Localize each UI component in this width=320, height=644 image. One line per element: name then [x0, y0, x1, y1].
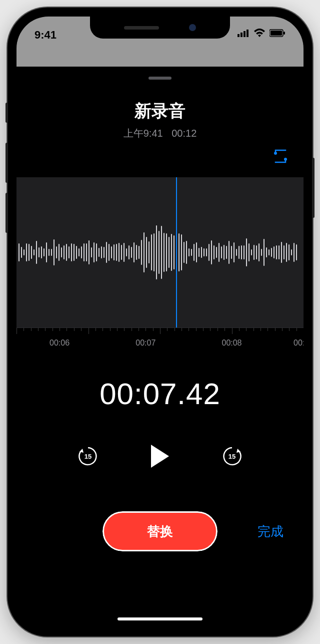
play-icon	[149, 444, 171, 469]
volume-up-button	[6, 143, 8, 183]
status-time: 9:41	[34, 29, 56, 42]
skip-back-15-button[interactable]: 15	[76, 444, 100, 468]
timecode: 00:07.42	[16, 377, 304, 411]
phone-frame: 9:41 新录音 上午9:41 00:12	[8, 8, 312, 636]
waveform-area[interactable]	[16, 177, 304, 328]
svg-rect-3	[246, 30, 248, 37]
cellular-icon	[238, 29, 250, 37]
sheet-grabber[interactable]	[148, 77, 172, 80]
replace-button[interactable]: 替换	[102, 511, 218, 551]
wifi-icon	[254, 29, 266, 38]
editor-sheet: 新录音 上午9:41 00:12 0	[16, 67, 304, 627]
volume-down-button	[6, 193, 8, 233]
skip-forward-amount: 15	[228, 453, 236, 460]
ruler-label: 00:09	[294, 339, 304, 348]
side-button	[312, 158, 314, 218]
battery-icon	[270, 29, 286, 37]
screen: 9:41 新录音 上午9:41 00:12	[16, 17, 304, 627]
trim-button[interactable]	[272, 147, 290, 165]
svg-rect-2	[244, 31, 246, 37]
trim-icon	[272, 148, 288, 164]
timeline-ruler[interactable]: 00:0600:0700:0800:09	[16, 328, 304, 358]
svg-point-7	[274, 152, 277, 155]
svg-point-8	[284, 158, 287, 161]
svg-rect-6	[284, 32, 285, 35]
replace-label: 替换	[147, 523, 173, 540]
ruler-label: 00:08	[222, 339, 242, 348]
svg-rect-0	[238, 34, 240, 37]
notch	[90, 17, 230, 39]
recording-duration-label: 00:12	[172, 128, 196, 139]
recording-time-label: 上午9:41	[124, 128, 163, 139]
recording-title[interactable]: 新录音	[16, 100, 304, 123]
ruler-label: 00:07	[136, 339, 156, 348]
skip-back-amount: 15	[84, 453, 92, 460]
ruler-label: 00:06	[50, 339, 70, 348]
playhead[interactable]	[176, 177, 177, 328]
play-button[interactable]	[145, 441, 175, 471]
svg-rect-5	[270, 31, 282, 36]
home-indicator[interactable]	[118, 617, 202, 620]
svg-rect-1	[240, 33, 242, 37]
transport-controls: 15 15	[16, 441, 304, 471]
recording-subtitle: 上午9:41 00:12	[16, 127, 304, 140]
silent-switch	[6, 103, 8, 123]
skip-forward-15-button[interactable]: 15	[220, 444, 244, 468]
done-button[interactable]: 完成	[258, 523, 284, 540]
